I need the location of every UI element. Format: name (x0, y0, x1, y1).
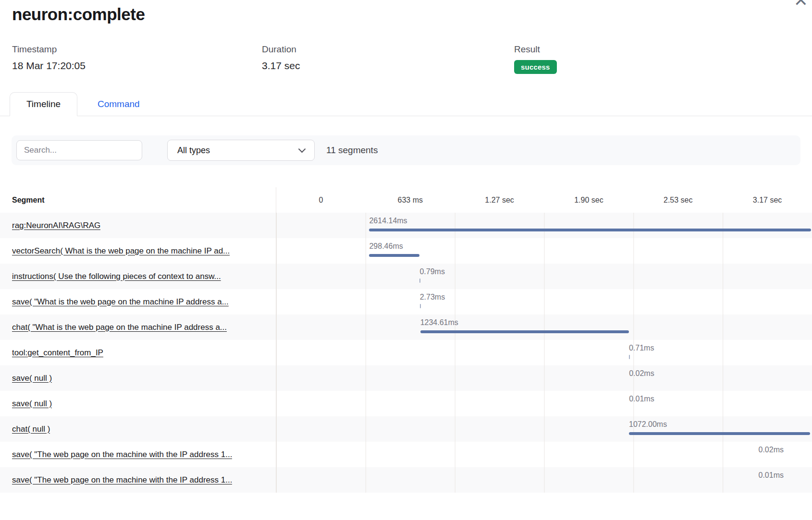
timeline-cell: 0.02ms (276, 365, 812, 391)
duration-label: 0.01ms (759, 471, 784, 480)
page-title: neuron:complete (12, 5, 145, 24)
meta-result: Result success (514, 44, 800, 74)
type-filter-select[interactable]: All types (167, 140, 315, 161)
segment-link[interactable]: rag:NeuronAI\RAG\RAG (12, 221, 100, 230)
duration-label: 2614.14ms (369, 217, 407, 225)
duration-bar (419, 278, 420, 283)
timeline-table-header: Segment 0 633 ms 1.27 sec 1.90 sec 2.53 … (0, 187, 812, 213)
segment-cell: chat( "What is the web page on the machi… (0, 314, 276, 340)
tab-timeline[interactable]: Timeline (10, 92, 77, 116)
status-badge: success (514, 60, 557, 74)
segment-link[interactable]: save( null ) (12, 374, 52, 383)
timestamp-value: 18 Mar 17:20:05 (12, 60, 262, 72)
duration-label: 2.73ms (420, 293, 445, 302)
trace-detail-panel: ✕ neuron:complete Timestamp 18 Mar 17:20… (0, 0, 812, 520)
segment-link[interactable]: save( "What is the web page on the machi… (12, 297, 229, 307)
duration-label: 0.02ms (759, 446, 784, 454)
segment-column-header: Segment (0, 187, 276, 213)
segment-link[interactable]: vectorSearch( What is the web page on th… (12, 246, 230, 256)
segment-link[interactable]: save( null ) (12, 399, 52, 409)
segment-cell: vectorSearch( What is the web page on th… (0, 238, 276, 264)
segment-rows: rag:NeuronAI\RAG\RAG 2614.14ms vectorSea… (0, 213, 812, 493)
meta-timestamp: Timestamp 18 Mar 17:20:05 (12, 44, 262, 74)
segments-count: 11 segments (326, 145, 378, 156)
time-axis: 0 633 ms 1.27 sec 1.90 sec 2.53 sec 3.17… (276, 187, 812, 213)
axis-tick: 2.53 sec (633, 187, 723, 213)
axis-tick: 3.17 sec (723, 187, 812, 213)
filter-bar: All types 11 segments (12, 135, 800, 165)
type-filter-value: All types (177, 145, 210, 156)
duration-label: 0.01ms (629, 395, 654, 403)
segment-link[interactable]: save( "The web page on the machine with … (12, 450, 232, 460)
segment-cell: save( null ) (0, 391, 276, 416)
table-row: save( null ) 0.01ms (0, 391, 812, 416)
duration-bar (369, 254, 419, 257)
tab-command[interactable]: Command (77, 92, 160, 116)
segment-cell: save( "The web page on the machine with … (0, 467, 276, 493)
duration-label: 1072.00ms (629, 420, 667, 429)
timeline-cell: 1234.61ms (276, 314, 812, 340)
duration-bar (629, 355, 630, 359)
meta-row: Timestamp 18 Mar 17:20:05 Duration 3.17 … (12, 44, 800, 74)
segment-cell: save( "What is the web page on the machi… (0, 289, 276, 314)
timeline-cell: 298.46ms (276, 238, 812, 264)
segment-link[interactable]: chat( null ) (12, 424, 50, 434)
table-row: chat( "What is the web page on the machi… (0, 314, 812, 340)
duration-bar (420, 330, 629, 333)
duration-bar (369, 229, 811, 231)
segment-cell: tool:get_content_from_IP (0, 340, 276, 365)
segment-link[interactable]: tool:get_content_from_IP (12, 348, 103, 358)
duration-label: 298.46ms (369, 242, 403, 251)
timeline-cell: 2.73ms (276, 289, 812, 314)
duration-label: 0.71ms (629, 344, 654, 352)
table-row: tool:get_content_from_IP 0.71ms (0, 340, 812, 365)
duration-label: 0.79ms (419, 267, 444, 276)
segment-cell: save( null ) (0, 365, 276, 391)
timeline-cell: 0.71ms (276, 340, 812, 365)
table-row: save( null ) 0.02ms (0, 365, 812, 391)
timeline-cell: 0.01ms (276, 467, 812, 493)
axis-tick: 1.90 sec (544, 187, 633, 213)
timeline-cell: 0.79ms (276, 264, 812, 289)
segment-cell: save( "The web page on the machine with … (0, 442, 276, 467)
segment-link[interactable]: chat( "What is the web page on the machi… (12, 323, 227, 332)
duration-value: 3.17 sec (262, 60, 514, 72)
segment-cell: rag:NeuronAI\RAG\RAG (0, 213, 276, 238)
close-icon[interactable]: ✕ (794, 0, 808, 9)
axis-tick: 1.27 sec (455, 187, 544, 213)
table-row: save( "The web page on the machine with … (0, 467, 812, 493)
timestamp-label: Timestamp (12, 44, 262, 55)
duration-label: Duration (262, 44, 514, 55)
table-row: vectorSearch( What is the web page on th… (0, 238, 812, 264)
timeline-cell: 0.02ms (276, 442, 812, 467)
tab-bar: Timeline Command (0, 92, 812, 116)
segment-link[interactable]: save( "The web page on the machine with … (12, 475, 232, 485)
timeline-cell: 2614.14ms (276, 213, 812, 238)
timeline-cell: 1072.00ms (276, 416, 812, 442)
duration-bar (420, 304, 421, 308)
chevron-down-icon (298, 145, 306, 153)
duration-label: 0.02ms (629, 369, 654, 378)
table-row: save( "The web page on the machine with … (0, 442, 812, 467)
table-row: chat( null ) 1072.00ms (0, 416, 812, 442)
segment-cell: instructions( Use the following pieces o… (0, 264, 276, 289)
table-row: save( "What is the web page on the machi… (0, 289, 812, 314)
segment-cell: chat( null ) (0, 416, 276, 442)
axis-tick: 0 (276, 187, 366, 213)
table-row: instructions( Use the following pieces o… (0, 264, 812, 289)
table-row: rag:NeuronAI\RAG\RAG 2614.14ms (0, 213, 812, 238)
search-input[interactable] (16, 140, 142, 160)
segment-link[interactable]: instructions( Use the following pieces o… (12, 272, 221, 281)
axis-tick: 633 ms (366, 187, 455, 213)
result-label: Result (514, 44, 800, 55)
meta-duration: Duration 3.17 sec (262, 44, 514, 74)
duration-bar (629, 432, 810, 435)
duration-label: 1234.61ms (420, 318, 458, 327)
timeline-cell: 0.01ms (276, 391, 812, 416)
